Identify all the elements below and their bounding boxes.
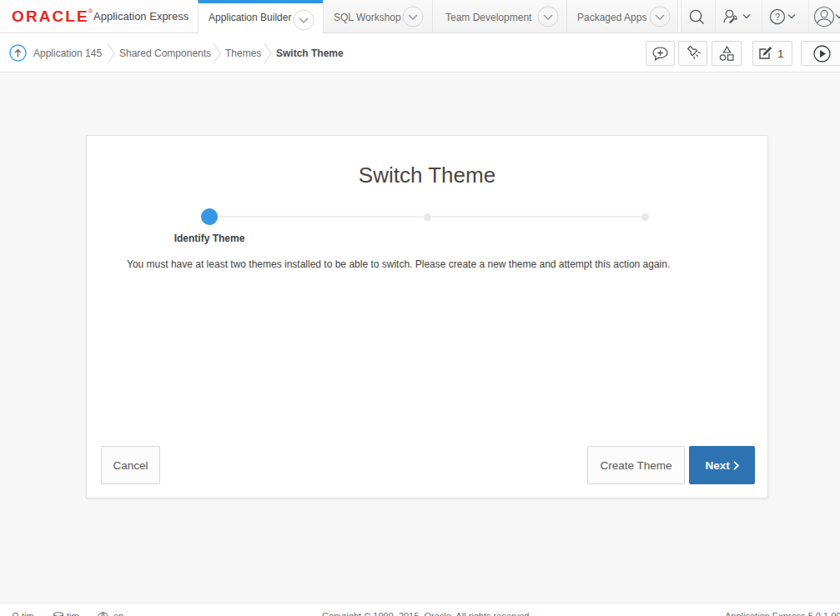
svg-text:?: ? [775, 12, 780, 22]
